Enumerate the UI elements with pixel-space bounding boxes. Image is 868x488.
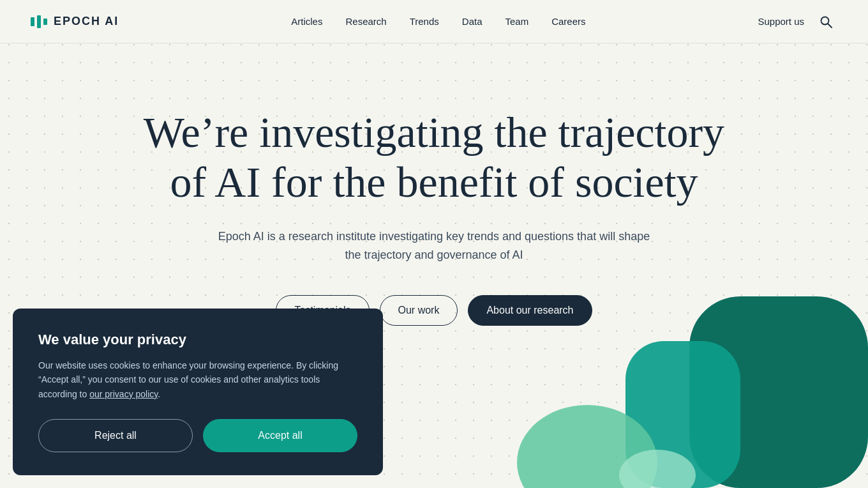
search-icon xyxy=(819,15,832,28)
search-button[interactable] xyxy=(814,10,837,33)
svg-point-5 xyxy=(619,450,696,488)
nav-item-careers[interactable]: Careers xyxy=(551,16,585,27)
svg-line-1 xyxy=(828,24,832,27)
support-link[interactable]: Support us xyxy=(758,16,804,27)
logo-text: EPOCH AI xyxy=(54,15,119,28)
svg-point-4 xyxy=(517,405,657,488)
our-work-button[interactable]: Our work xyxy=(380,295,458,326)
hero-title: We’re investigating the trajectory of AI… xyxy=(121,107,747,207)
privacy-policy-link[interactable]: our privacy policy xyxy=(89,389,158,399)
navbar: EPOCH AI Articles Research Trends Data T… xyxy=(0,0,868,43)
hero-section: We’re investigating the trajectory of AI… xyxy=(0,43,868,351)
nav-item-team[interactable]: Team xyxy=(505,16,528,27)
cookie-text: Our website uses cookies to enhance your… xyxy=(38,358,357,401)
logo-link[interactable]: EPOCH AI xyxy=(31,15,119,28)
svg-point-0 xyxy=(821,17,829,24)
about-research-button[interactable]: About our research xyxy=(468,295,592,326)
reject-all-button[interactable]: Reject all xyxy=(38,419,193,452)
svg-rect-3 xyxy=(625,341,740,488)
nav-item-research[interactable]: Research xyxy=(345,16,386,27)
logo-icon xyxy=(31,15,47,28)
nav-item-trends[interactable]: Trends xyxy=(410,16,439,27)
nav-right: Support us xyxy=(758,10,837,33)
accept-all-button[interactable]: Accept all xyxy=(203,419,357,452)
cookie-title: We value your privacy xyxy=(38,332,357,348)
cookie-banner: We value your privacy Our website uses c… xyxy=(13,309,383,475)
hero-subtitle: Epoch AI is a research institute investi… xyxy=(217,227,651,264)
nav-item-data[interactable]: Data xyxy=(462,16,483,27)
nav-item-articles[interactable]: Articles xyxy=(291,16,322,27)
nav-links: Articles Research Trends Data Team Caree… xyxy=(291,16,585,27)
cookie-buttons: Reject all Accept all xyxy=(38,419,357,452)
